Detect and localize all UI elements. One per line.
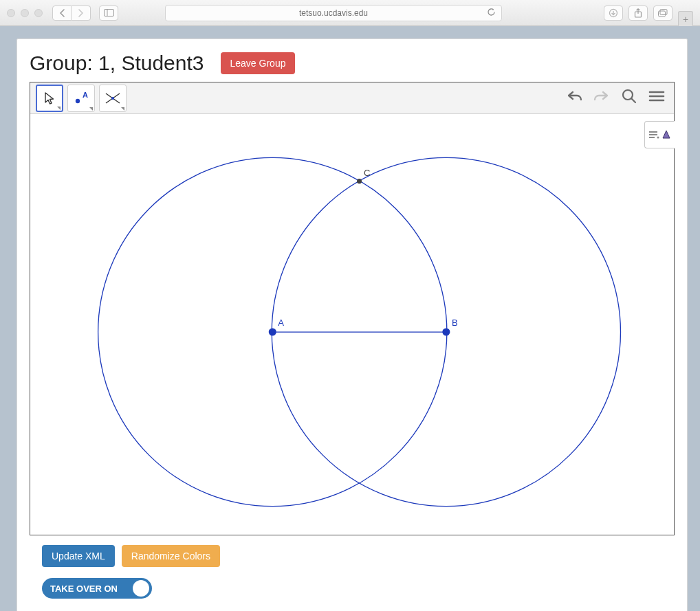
svg-point-17 bbox=[657, 137, 659, 139]
search-button[interactable] bbox=[617, 88, 641, 109]
undo-button[interactable] bbox=[562, 89, 586, 108]
url-text: tetsuo.ucdavis.edu bbox=[299, 8, 368, 18]
chrome-right-buttons bbox=[604, 5, 672, 21]
point-B[interactable] bbox=[442, 329, 450, 336]
close-window-icon[interactable] bbox=[7, 9, 15, 17]
tool-dropdown-icon bbox=[57, 107, 61, 110]
menu-button[interactable] bbox=[645, 89, 668, 107]
svg-point-8 bbox=[111, 97, 114, 100]
style-triangle-icon bbox=[661, 129, 671, 140]
nav-back-forward bbox=[52, 5, 91, 21]
geogebra-toolbar: A bbox=[30, 82, 674, 114]
svg-rect-5 bbox=[660, 9, 667, 14]
tool-dropdown-icon bbox=[121, 107, 124, 111]
svg-line-10 bbox=[631, 98, 635, 102]
geogebra-panel: A bbox=[30, 82, 675, 535]
minimize-window-icon[interactable] bbox=[21, 9, 29, 17]
zoom-window-icon[interactable] bbox=[34, 9, 43, 17]
back-button[interactable] bbox=[52, 5, 72, 21]
svg-text:A: A bbox=[83, 91, 88, 99]
label-B: B bbox=[452, 318, 458, 328]
svg-point-6 bbox=[76, 98, 80, 102]
new-tab-button[interactable]: + bbox=[678, 11, 693, 26]
reload-icon[interactable] bbox=[487, 8, 496, 19]
action-buttons: Update XML Randomize Colors bbox=[30, 545, 675, 567]
page-title: Group: 1, Student3 bbox=[30, 52, 204, 75]
tabs-button[interactable] bbox=[653, 5, 672, 21]
svg-rect-0 bbox=[104, 10, 113, 16]
geogebra-canvas[interactable]: A B C bbox=[30, 114, 674, 535]
construction-svg: A B C bbox=[30, 114, 674, 535]
point-C[interactable] bbox=[357, 179, 362, 184]
update-xml-button[interactable]: Update XML bbox=[42, 545, 115, 567]
intersect-tool-button[interactable] bbox=[99, 85, 127, 112]
leave-group-button[interactable]: Leave Group bbox=[221, 52, 296, 74]
address-bar[interactable]: tetsuo.ucdavis.edu bbox=[165, 5, 502, 21]
toggle-label: TAKE OVER ON bbox=[50, 584, 118, 594]
svg-rect-4 bbox=[659, 11, 666, 16]
label-A: A bbox=[278, 318, 284, 328]
page-card: Group: 1, Student3 Leave Group A bbox=[17, 38, 688, 611]
redo-button[interactable] bbox=[590, 89, 613, 108]
downloads-button[interactable] bbox=[604, 5, 623, 21]
window-controls bbox=[7, 9, 43, 17]
share-button[interactable] bbox=[628, 5, 648, 21]
point-A[interactable] bbox=[269, 329, 276, 336]
sidebar-toggle-button[interactable] bbox=[99, 5, 118, 21]
point-tool-button[interactable]: A bbox=[67, 85, 95, 112]
take-over-toggle[interactable]: TAKE OVER ON bbox=[42, 578, 152, 599]
browser-chrome: tetsuo.ucdavis.edu + bbox=[0, 0, 700, 26]
style-bar-toggle[interactable] bbox=[644, 121, 675, 148]
page-header: Group: 1, Student3 Leave Group bbox=[30, 52, 675, 75]
forward-button[interactable] bbox=[72, 5, 91, 21]
tool-dropdown-icon bbox=[89, 107, 93, 111]
toggle-knob bbox=[133, 580, 149, 597]
move-tool-button[interactable] bbox=[36, 85, 63, 112]
randomize-colors-button[interactable]: Randomize Colors bbox=[122, 545, 220, 567]
label-C: C bbox=[364, 168, 370, 178]
